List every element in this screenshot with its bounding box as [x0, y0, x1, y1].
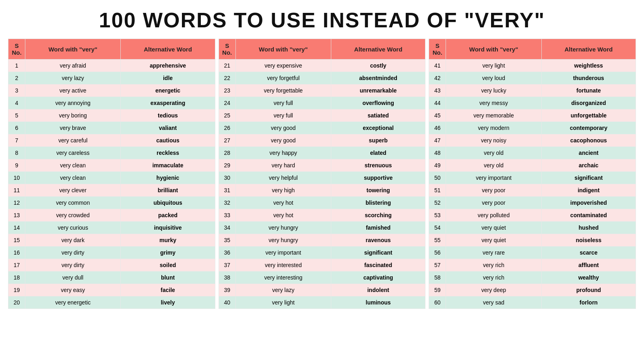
cell-word: very dirty [25, 247, 121, 259]
table-row: 35very hungryravenous [219, 234, 425, 247]
cell-sno: 4 [8, 97, 25, 109]
cell-word: very lucky [446, 84, 541, 97]
table-row: 55very quietnoiseless [429, 234, 636, 247]
cell-sno: 27 [219, 134, 235, 147]
table-row: 14very curiousinquisitive [8, 222, 215, 234]
table-row: 15very darkmurky [8, 234, 215, 247]
cell-word: very high [235, 184, 331, 197]
cell-word: very dull [25, 272, 121, 284]
cell-sno: 17 [8, 259, 25, 272]
table-row: 41very lightweightless [429, 60, 636, 72]
cell-sno: 23 [219, 84, 235, 97]
cell-sno: 32 [219, 197, 235, 209]
tables-container: S No. Word with "very" Alternative Word … [8, 39, 636, 309]
cell-alt: brilliant [121, 184, 215, 197]
cell-alt: murky [121, 234, 215, 247]
cell-word: very sad [446, 296, 541, 309]
cell-sno: 36 [219, 247, 235, 259]
cell-word: very poor [446, 184, 541, 197]
cell-sno: 42 [429, 72, 446, 84]
cell-alt: valiant [121, 122, 215, 134]
table-row: 16very dirtygrimy [8, 247, 215, 259]
cell-word: very helpful [235, 172, 331, 184]
cell-alt: strenuous [331, 159, 425, 172]
cell-alt: fascinated [331, 259, 425, 272]
cell-alt: unremarkable [331, 84, 425, 97]
table-row: 3very activeenergetic [8, 84, 215, 97]
table-row: 47very noisycacophonous [429, 134, 636, 147]
cell-alt: weightless [541, 60, 636, 72]
cell-word: very brave [25, 122, 121, 134]
table-row: 58very richwealthy [429, 272, 636, 284]
cell-word: very important [235, 247, 331, 259]
cell-word: very rich [446, 259, 541, 272]
cell-word: very good [235, 122, 331, 134]
cell-sno: 28 [219, 147, 235, 159]
table-row: 24very fulloverflowing [219, 97, 425, 109]
cell-sno: 19 [8, 284, 25, 296]
cell-word: very forgetful [235, 72, 331, 84]
cell-sno: 31 [219, 184, 235, 197]
col-word-3: Word with "very" [446, 39, 541, 60]
cell-alt: indigent [541, 184, 636, 197]
cell-word: very curious [25, 222, 121, 234]
cell-sno: 45 [429, 109, 446, 122]
table-row: 31very hightowering [219, 184, 425, 197]
cell-sno: 8 [8, 147, 25, 159]
cell-sno: 50 [429, 172, 446, 184]
table-row: 11very cleverbrilliant [8, 184, 215, 197]
cell-alt: affluent [541, 259, 636, 272]
table-row: 53very pollutedcontaminated [429, 209, 636, 222]
cell-alt: hushed [541, 222, 636, 234]
cell-alt: absentminded [331, 72, 425, 84]
col-sno-1: S No. [8, 39, 25, 60]
cell-sno: 25 [219, 109, 235, 122]
table-row: 26very goodexceptional [219, 122, 425, 134]
cell-word: very careless [25, 147, 121, 159]
table-row: 42very loudthunderous [429, 72, 636, 84]
col-word-2: Word with "very" [235, 39, 331, 60]
col-alt-3: Alternative Word [541, 39, 636, 60]
cell-sno: 5 [8, 109, 25, 122]
cell-alt: energetic [121, 84, 215, 97]
table-row: 49very oldarchaic [429, 159, 636, 172]
cell-alt: towering [331, 184, 425, 197]
cell-sno: 43 [429, 84, 446, 97]
cell-alt: indolent [331, 284, 425, 296]
table-row: 29very hardstrenuous [219, 159, 425, 172]
cell-sno: 55 [429, 234, 446, 247]
cell-sno: 60 [429, 296, 446, 309]
table-2: S No. Word with "very" Alternative Word … [219, 39, 426, 309]
table-row: 40very lightluminous [219, 296, 425, 309]
cell-word: very energetic [25, 296, 121, 309]
cell-alt: archaic [541, 159, 636, 172]
cell-alt: costly [331, 60, 425, 72]
table-row: 33very hotscorching [219, 209, 425, 222]
cell-alt: scarce [541, 247, 636, 259]
cell-sno: 1 [8, 60, 25, 72]
cell-alt: superb [331, 134, 425, 147]
cell-alt: exceptional [331, 122, 425, 134]
table-row: 8very carelessreckless [8, 147, 215, 159]
table-row: 2very lazyidle [8, 72, 215, 84]
cell-alt: apprehensive [121, 60, 215, 72]
cell-word: very annoying [25, 97, 121, 109]
table-row: 6very bravevaliant [8, 122, 215, 134]
cell-word: very careful [25, 134, 121, 147]
table-row: 45very memorableunforgettable [429, 109, 636, 122]
table-row: 27very goodsuperb [219, 134, 425, 147]
table-row: 50very importantsignificant [429, 172, 636, 184]
cell-word: very expensive [235, 60, 331, 72]
cell-alt: elated [331, 147, 425, 159]
table-row: 39very lazyindolent [219, 284, 425, 296]
cell-alt: forlorn [541, 296, 636, 309]
table-row: 12very commonubiquitous [8, 197, 215, 209]
cell-sno: 12 [8, 197, 25, 209]
cell-sno: 24 [219, 97, 235, 109]
cell-word: very polluted [446, 209, 541, 222]
table-row: 4very annoyingexasperating [8, 97, 215, 109]
table-row: 19very easyfacile [8, 284, 215, 296]
cell-word: very old [446, 159, 541, 172]
cell-word: very memorable [446, 109, 541, 122]
cell-alt: satiated [331, 109, 425, 122]
